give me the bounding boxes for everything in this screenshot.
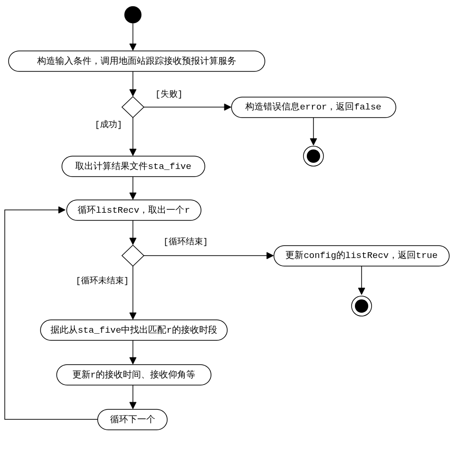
arrow-d2-to-n6	[130, 266, 136, 319]
svg-marker-10	[310, 139, 317, 145]
arrow-n1-to-d1	[130, 71, 136, 96]
svg-marker-5	[122, 97, 144, 118]
label-success: [成功]	[95, 120, 122, 129]
svg-marker-23	[267, 252, 273, 259]
node-loop-next: 循环下一个	[98, 409, 167, 430]
n3-text: 取出计算结果文件sta_five	[75, 161, 191, 172]
svg-marker-17	[130, 193, 136, 199]
svg-marker-4	[130, 89, 136, 96]
svg-point-12	[307, 149, 320, 163]
node-loop-recv: 循环listRecv，取出一个r	[67, 200, 201, 220]
svg-marker-1	[130, 44, 136, 50]
svg-marker-20	[130, 238, 136, 245]
node-update-config: 更新config的listRecv，返回true	[274, 246, 449, 266]
svg-marker-36	[130, 402, 136, 409]
end-node-2	[352, 296, 372, 316]
node-error-return: 构造错误信息error，返回false	[232, 97, 396, 118]
node-construct-input: 构造输入条件，调用地面站跟踪接收预报计算服务	[9, 51, 265, 71]
svg-marker-14	[130, 149, 136, 156]
arrow-d1-to-n2	[144, 104, 231, 110]
decision-2	[122, 245, 144, 266]
n7-text: 更新r的接收时间、接收仰角等	[72, 369, 195, 380]
decision-1	[122, 97, 144, 118]
n1-text: 构造输入条件，调用地面站跟踪接收预报计算服务	[37, 56, 236, 67]
n2-text: 构造错误信息error，返回false	[245, 102, 381, 112]
arrow-n4-to-d2	[130, 220, 136, 245]
svg-marker-21	[122, 245, 144, 266]
arrow-start-to-n1	[130, 23, 136, 50]
svg-marker-30	[130, 313, 136, 319]
label-fail: [失败]	[155, 89, 183, 99]
svg-marker-33	[130, 357, 136, 364]
node-find-match: 据此从sta_five中找出匹配r的接收时段	[40, 320, 227, 340]
svg-point-28	[355, 299, 368, 313]
start-node	[124, 6, 141, 23]
n4-text: 循环listRecv，取出一个r	[78, 205, 190, 216]
label-loop-continue: [循环未结束]	[76, 276, 129, 286]
n6-text: 据此从sta_five中找出匹配r的接收时段	[50, 325, 217, 336]
arrow-d2-to-n5	[144, 252, 273, 259]
node-extract-result: 取出计算结果文件sta_five	[62, 156, 205, 177]
arrow-n3-to-n4	[130, 177, 136, 199]
svg-marker-26	[358, 288, 365, 295]
node-update-r: 更新r的接收时间、接收仰角等	[57, 365, 211, 385]
svg-marker-7	[224, 104, 231, 110]
arrow-n7-to-n8	[130, 385, 136, 409]
n5-text: 更新config的listRecv，返回true	[285, 250, 437, 261]
arrow-d1-to-n3	[130, 118, 136, 156]
end-node-1	[303, 146, 323, 166]
arrow-n6-to-n7	[130, 340, 136, 364]
svg-marker-38	[59, 207, 65, 213]
label-loop-end: [循环结束]	[163, 237, 208, 247]
n8-text: 循环下一个	[110, 415, 155, 425]
arrow-loopback	[5, 207, 98, 419]
arrow-n2-to-end1	[310, 118, 317, 145]
arrow-n5-to-end2	[358, 266, 365, 295]
